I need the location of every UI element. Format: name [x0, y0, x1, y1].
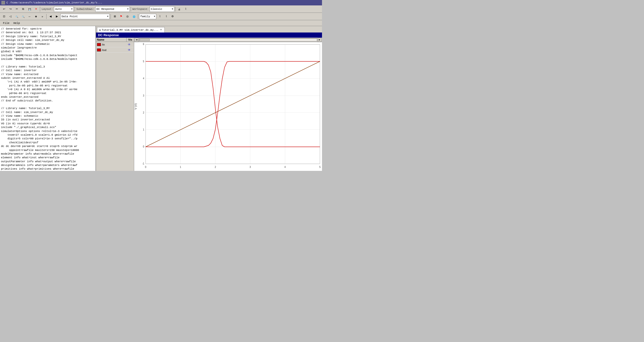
family-dropdown[interactable]: family ▼ [139, 14, 156, 19]
file-menu[interactable]: File [1, 21, 11, 25]
copy-icon [22, 8, 24, 10]
zoom-prev-button[interactable]: ◁ [8, 14, 13, 20]
separator-7 [138, 14, 138, 19]
text-editor[interactable]: // Generated for: spectre // Generated o… [0, 26, 96, 171]
datapoint-dropdown-arrow: ▼ [107, 15, 108, 18]
copy-button[interactable] [20, 6, 26, 12]
zoom-prev-icon: ◁ [9, 15, 11, 18]
wave-type-button[interactable] [157, 14, 163, 20]
svg-text:1: 1 [180, 166, 181, 169]
svg-text:2: 2 [215, 166, 216, 169]
svg-text:0: 0 [145, 166, 146, 169]
workspace-dropdown-arrow: ▼ [172, 8, 173, 10]
app-icon [2, 1, 5, 4]
tab-title: Tutorial_3_MY sim_inverter_dc_my... [102, 28, 158, 32]
load-layout-button[interactable] [183, 6, 189, 12]
grid-button[interactable] [112, 14, 118, 20]
svg-text:2: 2 [143, 111, 144, 114]
fwd-button[interactable] [54, 14, 60, 20]
toolbar-row-1: Layout: Auto ▼ Subwindows: DC Response ▼… [0, 6, 322, 13]
separator-1 [40, 7, 40, 12]
wave-options-button[interactable]: ⚙ [170, 14, 176, 20]
family-value: family [140, 15, 150, 18]
cut-icon [16, 8, 18, 10]
world-icon [133, 15, 136, 18]
signal-visibility-toggle[interactable]: 👁 [126, 48, 133, 52]
fwd-icon [56, 15, 58, 18]
grid-icon [114, 15, 116, 18]
paste-icon [28, 8, 31, 10]
svg-text:4: 4 [143, 77, 144, 80]
svg-text:5: 5 [143, 60, 144, 63]
flag-icon [120, 15, 122, 18]
scroll-thumb[interactable] [140, 39, 150, 41]
tab-icon: ▣ [99, 28, 101, 32]
more-button[interactable] [40, 14, 45, 20]
flag-button[interactable] [118, 14, 124, 20]
zoom-x-button[interactable] [26, 14, 32, 20]
paste-button[interactable] [26, 6, 32, 12]
markers-button[interactable] [33, 14, 39, 20]
target-icon [126, 15, 129, 18]
save-layout-button[interactable] [176, 6, 182, 12]
separator-3 [131, 7, 131, 12]
zoom-fit-icon [3, 15, 5, 18]
zoom-out-button[interactable] [20, 14, 26, 20]
cut-button[interactable] [14, 6, 20, 12]
world-button[interactable] [131, 14, 137, 20]
waveform-viewer: ▣ Tutorial_3_MY sim_inverter_dc_my... × … [96, 26, 322, 171]
wave-options-icon: ⚙ [171, 15, 174, 18]
separator-4 [175, 7, 176, 12]
signal-visibility-toggle[interactable]: 👁 [126, 43, 133, 46]
workspace-label: Workspace: [132, 8, 149, 10]
undo-icon [3, 8, 5, 10]
scroll-left-arrow[interactable]: ◀ [135, 38, 138, 42]
separator-6 [110, 14, 111, 19]
waveform-tab-bar: ▣ Tutorial_3_MY sim_inverter_dc_my... × [96, 26, 322, 32]
help-menu[interactable]: Help [11, 21, 22, 25]
title-bar-text: C /home/acevesfr/cadence/simulation/sim_… [6, 1, 102, 4]
subwindows-dropdown[interactable]: DC Response ▼ [95, 6, 130, 12]
scroll-track[interactable] [139, 38, 317, 41]
zoom-out-icon [22, 15, 24, 18]
wave-color-button[interactable] [163, 14, 169, 20]
svg-text:-1: -1 [142, 162, 144, 165]
zoom-in-icon [16, 15, 18, 18]
subwindows-label: Subwindows: [76, 8, 95, 10]
tab-close-button[interactable]: × [160, 28, 162, 32]
scroll-right-arrow[interactable]: ▶ [318, 38, 322, 42]
svg-text:0: 0 [143, 145, 144, 148]
plot-scrollbar[interactable]: ◀ ▶ [134, 38, 322, 42]
datapoint-dropdown[interactable]: Data Point ▼ [60, 14, 110, 19]
separator-5 [46, 14, 46, 19]
target-button[interactable] [124, 14, 130, 20]
back-button[interactable] [48, 14, 54, 20]
undo-button[interactable] [1, 6, 7, 12]
svg-text:1: 1 [143, 128, 144, 131]
waveform-area: Name Vis /in👁/out👁 ◀ ▶ [96, 38, 322, 171]
chart-svg: 6 5 4 3 2 1 0 -1 0 1 2 3 4 5 V (V) [134, 42, 322, 171]
save-layout-icon [178, 8, 180, 10]
separator-2 [74, 7, 75, 12]
plot-area: ◀ ▶ [134, 38, 322, 171]
zoom-x-icon [28, 15, 31, 18]
signal-item: /in👁 [96, 42, 134, 47]
zoom-in-button[interactable] [14, 14, 20, 20]
dc-response-title-bar: DC Response [96, 32, 322, 38]
zoom-fit-button[interactable] [1, 14, 7, 20]
main-layout: // Generated for: spectre // Generated o… [0, 26, 322, 171]
redo-button[interactable] [8, 6, 13, 12]
stop-button[interactable] [33, 6, 39, 12]
waveform-tab-dc-response[interactable]: ▣ Tutorial_3_MY sim_inverter_dc_my... × [97, 27, 165, 32]
svg-text:5: 5 [319, 166, 321, 169]
workspace-dropdown[interactable]: Classic ▼ [150, 6, 174, 12]
signal-color-indicator [97, 48, 101, 52]
svg-text:6: 6 [143, 43, 144, 46]
layout-dropdown[interactable]: Auto ▼ [54, 6, 74, 12]
dc-response-title-text: DC Response [98, 33, 119, 37]
signal-item: /out👁 [96, 47, 134, 53]
markers-icon [35, 15, 37, 18]
signal-vis-header: Vis [126, 38, 134, 42]
stop-icon [35, 8, 37, 10]
svg-text:3: 3 [250, 166, 251, 169]
